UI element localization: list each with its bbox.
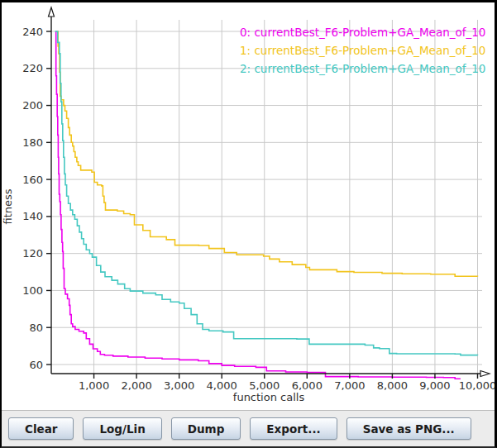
legend-entry-0: 0: currentBest_F6-Problem+GA_Mean_of_10 xyxy=(240,26,485,39)
x-tick-label: 6,000 xyxy=(292,379,323,392)
x-tick-label: 3,000 xyxy=(164,379,194,392)
y-tick-label: 60 xyxy=(29,359,43,371)
dump-button[interactable]: Dump xyxy=(171,417,241,440)
x-tick-label: 7,000 xyxy=(334,379,365,392)
y-tick-label: 140 xyxy=(22,210,43,222)
x-tick-label: 5,000 xyxy=(249,379,280,392)
y-tick-label: 120 xyxy=(22,247,43,260)
save-as-png-button[interactable]: Save as PNG... xyxy=(346,417,471,440)
y-tick-label: 80 xyxy=(29,322,43,334)
x-tick-label: 10,000 xyxy=(459,379,495,392)
x-axis-title: function calls xyxy=(233,391,305,403)
y-tick-label: 240 xyxy=(22,26,43,38)
legend-entry-2: 2: currentBest_F6-Problem+GA_Mean_of_10 xyxy=(240,62,485,75)
series-line-0 xyxy=(55,31,461,379)
y-tick-label: 180 xyxy=(22,136,43,149)
y-axis-title: fitness xyxy=(2,188,14,224)
plot-window: 24022020018016014012010080601,0002,0003,… xyxy=(0,0,497,448)
y-axis-arrow-icon xyxy=(49,7,55,17)
y-tick-label: 200 xyxy=(22,99,43,112)
y-tick-label: 100 xyxy=(22,284,43,297)
clear-button[interactable]: Clear xyxy=(8,417,74,440)
tick-labels: 24022020018016014012010080601,0002,0003,… xyxy=(22,26,495,393)
y-tick-label: 160 xyxy=(22,174,43,186)
log-lin-button[interactable]: Log/Lin xyxy=(83,417,161,440)
x-tick-label: 1,000 xyxy=(79,379,109,392)
x-axis-arrow-icon xyxy=(480,371,490,377)
x-tick-label: 2,000 xyxy=(121,379,151,392)
chart-panel: 24022020018016014012010080601,0002,0003,… xyxy=(2,2,495,410)
x-tick-label: 8,000 xyxy=(377,379,408,392)
x-tick-label: 4,000 xyxy=(207,379,237,392)
export-button[interactable]: Export... xyxy=(250,417,337,440)
series-line-2 xyxy=(55,31,478,355)
button-toolbar: Clear Log/Lin Dump Export... Save as PNG… xyxy=(2,410,495,446)
x-tick-label: 9,000 xyxy=(419,379,450,392)
fitness-chart: 24022020018016014012010080601,0002,0003,… xyxy=(2,2,495,410)
y-tick-label: 220 xyxy=(22,62,43,74)
legend-entry-1: 1: currentBest_F6-Problem+GA_Mean_of_10 xyxy=(240,44,485,57)
